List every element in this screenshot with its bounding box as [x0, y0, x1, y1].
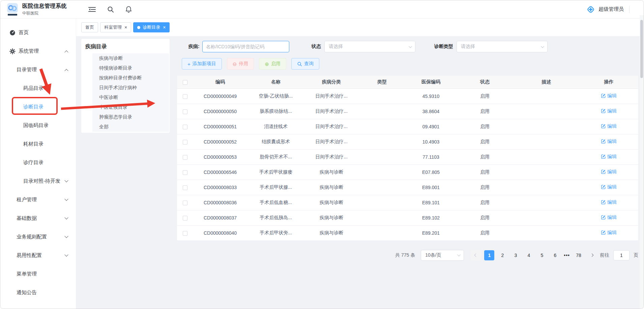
row-checkbox[interactable] — [183, 185, 187, 190]
row-checkbox[interactable] — [183, 125, 187, 129]
disease-search-input[interactable] — [202, 41, 289, 52]
sidebar-item-catalog-compare[interactable]: 目录对照-待开发 — [0, 172, 76, 190]
page-button[interactable]: 4 — [524, 250, 534, 260]
row-checkbox[interactable] — [183, 94, 187, 99]
sidebar-item-label: 通知公告 — [17, 289, 37, 296]
row-checkbox[interactable] — [183, 109, 187, 114]
sidebar-item-usability-config[interactable]: 易用性配置 — [0, 246, 76, 265]
tab-home[interactable]: 首页 — [81, 22, 98, 32]
tab-diagnosis-catalog[interactable]: 诊断目录 × — [133, 22, 170, 32]
sidebar-item-notice[interactable]: 通知公告 — [0, 283, 76, 302]
cell-status: 启用 — [456, 195, 514, 210]
edit-link[interactable]: 编辑 — [601, 138, 617, 145]
user-menu[interactable]: 超级管理员 — [586, 5, 624, 14]
sidebar-item-diagnosis-catalog[interactable]: 诊断目录 — [0, 98, 76, 116]
cell-insurance: 10.4903 — [406, 134, 456, 149]
chevron-left-icon — [474, 254, 477, 257]
page-button[interactable]: 5 — [537, 250, 547, 260]
diagnosis-table: 编码 名称 疾病分类 类型 医保编码 状态 描述 操作 — [177, 76, 638, 241]
row-checkbox[interactable] — [183, 231, 187, 236]
more-pages-icon[interactable]: ••• — [563, 253, 570, 258]
row-checkbox[interactable] — [183, 155, 187, 160]
close-icon[interactable]: × — [163, 25, 166, 30]
catalog-item-tumor-morphology[interactable]: 肿瘤形态学目录 — [92, 112, 169, 122]
chevron-down-icon — [64, 178, 68, 182]
edit-link[interactable]: 编辑 — [601, 93, 617, 99]
row-checkbox[interactable] — [183, 170, 187, 175]
sidebar-item-tenant-mgmt[interactable]: 租户管理 — [0, 190, 76, 209]
row-checkbox[interactable] — [183, 140, 187, 145]
search-icon[interactable] — [107, 6, 114, 13]
scrollbar-track[interactable] — [640, 15, 644, 309]
scrollbar-thumb[interactable] — [640, 20, 643, 78]
edit-link[interactable]: 编辑 — [601, 214, 617, 221]
sidebar-item-business-rules[interactable]: 业务规则配置 — [0, 228, 76, 246]
collapse-menu-icon[interactable] — [88, 6, 96, 12]
next-page-button[interactable] — [587, 250, 597, 260]
prev-page-button[interactable] — [470, 250, 481, 260]
edit-link[interactable]: 编辑 — [601, 154, 617, 160]
edit-link[interactable]: 编辑 — [601, 184, 617, 190]
sidebar-item-national-code-catalog[interactable]: 国临码目录 — [0, 116, 76, 135]
cell-insurance: E89.201 — [406, 225, 456, 240]
cell-status: 启用 — [456, 225, 514, 240]
enable-button[interactable]: ⊕ 启用 — [259, 58, 286, 70]
row-checkbox[interactable] — [183, 201, 187, 205]
sidebar-item-drug-catalog[interactable]: 药品目录 — [0, 79, 76, 98]
cell-type — [358, 119, 406, 134]
catalog-item-tcm-diagnosis[interactable]: 中医诊断 — [92, 93, 169, 102]
sidebar-item-system[interactable]: 系统管理 — [0, 42, 76, 60]
cell-description — [514, 149, 579, 164]
status-select[interactable]: 请选择 — [324, 41, 415, 52]
catalog-item-chronic[interactable]: 特慢病诊断目录 — [92, 63, 169, 73]
edit-link[interactable]: 编辑 — [601, 108, 617, 114]
catalog-item-all[interactable]: 全部 — [92, 122, 169, 132]
sidebar-item-consumables-catalog[interactable]: 耗材目录 — [0, 135, 76, 153]
page-button-last[interactable]: 78 — [574, 250, 584, 260]
cell-description — [514, 210, 579, 225]
catalog-item-pay-by-disease[interactable]: 按病种目录付费诊断 — [92, 73, 169, 83]
disable-button[interactable]: ⊖ 停用 — [227, 58, 254, 70]
close-icon[interactable]: × — [124, 25, 127, 30]
sidebar-item-treatment-catalog[interactable]: 诊疗目录 — [0, 153, 76, 172]
select-all-checkbox[interactable] — [183, 80, 187, 85]
sidebar-item-menu-mgmt[interactable]: 菜单管理 — [0, 265, 76, 283]
catalog-item-disease-diagnosis[interactable]: 疾病与诊断 — [92, 53, 169, 63]
edit-link[interactable]: 编辑 — [601, 169, 617, 175]
sidebar-item-catalog-mgmt[interactable]: 目录管理 — [0, 60, 76, 79]
catalog-item-tcm-syndrome[interactable]: 中医证候目录 — [92, 102, 169, 112]
edit-label: 编辑 — [607, 108, 617, 114]
page-button[interactable]: 3 — [510, 250, 521, 260]
dashboard-icon — [9, 30, 16, 36]
cell-code: CD0000006546 — [193, 164, 247, 180]
page-button[interactable]: 6 — [550, 250, 560, 260]
edit-link[interactable]: 编辑 — [601, 230, 617, 236]
sidebar-item-home[interactable]: 首页 — [0, 23, 76, 42]
sidebar-item-basic-data[interactable]: 基础数据 — [0, 209, 76, 228]
goto-suffix: 页 — [634, 252, 638, 258]
tab-department-mgmt[interactable]: 科室管理 × — [100, 22, 131, 32]
add-item-button[interactable]: + 添加新项目 — [182, 58, 222, 70]
sidebar-item-label: 系统管理 — [19, 48, 39, 54]
goto-page-input[interactable] — [613, 250, 630, 260]
catalog-item-day-surgery[interactable]: 日间手术治疗病种 — [92, 83, 169, 93]
edit-label: 编辑 — [607, 214, 617, 221]
tab-label: 诊断目录 — [143, 24, 160, 30]
query-button[interactable]: 查询 — [291, 58, 319, 70]
row-checkbox[interactable] — [183, 216, 187, 221]
page-button-current[interactable]: 1 — [484, 250, 494, 260]
edit-link[interactable]: 编辑 — [601, 123, 617, 129]
cell-category: 疾病与诊断 — [304, 225, 358, 240]
edit-link[interactable]: 编辑 — [601, 199, 617, 205]
diagnosis-type-select[interactable]: 请选择 — [457, 41, 548, 52]
page-button[interactable]: 2 — [497, 250, 507, 260]
chevron-down-icon — [64, 234, 68, 238]
disease-catalog-panel: 疾病目录 疾病与诊断 特慢病诊断目录 按病种目录付费诊断 日间手术治疗病种 中医… — [81, 39, 170, 133]
page-size-select[interactable]: 10条/页 — [421, 250, 464, 261]
bell-icon[interactable] — [125, 6, 132, 13]
divider — [629, 6, 630, 13]
edit-icon — [601, 215, 606, 220]
cell-name: 手术后甲状旁... — [247, 225, 304, 240]
active-dot-icon — [137, 26, 140, 29]
cell-code: CD0000000052 — [193, 134, 247, 149]
